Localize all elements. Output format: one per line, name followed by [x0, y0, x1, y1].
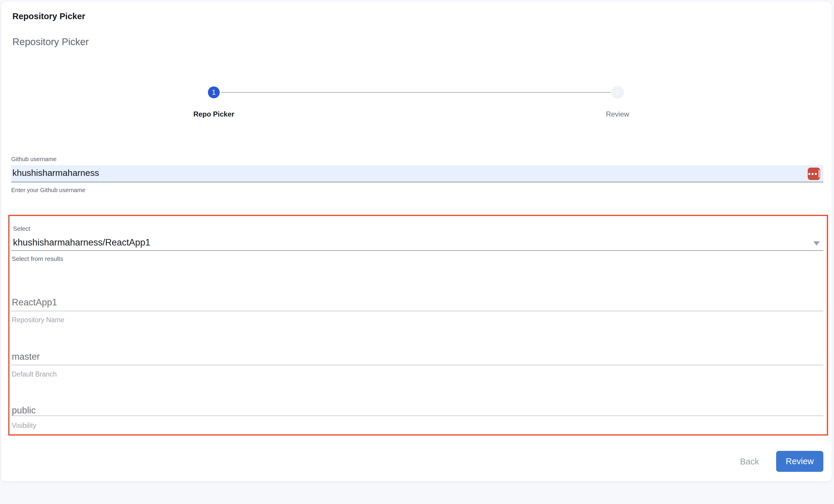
- github-username-input[interactable]: [11, 165, 824, 182]
- chevron-down-icon[interactable]: [813, 242, 820, 246]
- visibility-label: Visibility: [12, 421, 36, 430]
- repository-picker-card: Repository Picker Repository Picker 1 2 …: [1, 2, 832, 481]
- default-branch-value[interactable]: master: [12, 351, 40, 362]
- repository-name-label: Repository Name: [12, 316, 64, 324]
- repo-select-helper-text: Select from results: [12, 255, 63, 262]
- visibility-underline: [11, 415, 824, 416]
- icon-dot: [815, 173, 817, 175]
- default-branch-underline: [11, 365, 824, 365]
- password-manager-extension-icon[interactable]: [808, 168, 820, 180]
- github-username-label: Github username: [11, 156, 57, 163]
- page-title: Repository Picker: [13, 10, 85, 22]
- step-2-indicator[interactable]: 2: [611, 86, 624, 99]
- step-1-number: 1: [212, 89, 216, 96]
- step-1-indicator[interactable]: 1: [208, 87, 220, 98]
- repo-select-label: Select: [13, 225, 30, 232]
- icon-dot: [812, 173, 814, 175]
- github-username-helper-text: Enter your Github username: [11, 186, 85, 194]
- repository-name-underline: [11, 311, 824, 311]
- repository-name-value[interactable]: ReactApp1: [12, 297, 57, 308]
- visibility-value[interactable]: public: [12, 405, 36, 416]
- default-branch-label: Default Branch: [12, 370, 57, 378]
- step-1-label: Repo Picker: [170, 110, 258, 119]
- repo-select-underline: [11, 250, 824, 251]
- icon-dot: [808, 173, 810, 175]
- step-2-number: 2: [616, 89, 620, 96]
- repo-select-value[interactable]: khushisharmaharness/ReactApp1: [13, 237, 150, 248]
- icon-cursor-bar: [819, 170, 819, 178]
- back-button[interactable]: Back: [723, 453, 776, 471]
- stepper-connector-line: [221, 92, 611, 93]
- review-button[interactable]: Review: [776, 451, 824, 472]
- step-2-label: Review: [573, 110, 662, 119]
- section-subtitle: Repository Picker: [13, 36, 89, 48]
